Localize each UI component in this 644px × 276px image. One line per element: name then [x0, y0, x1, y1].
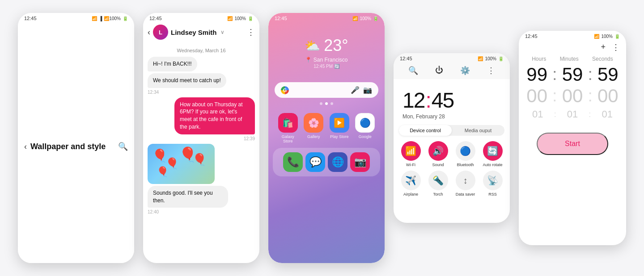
qs-tabs: Device control Media ouput [399, 125, 504, 136]
qs-tile-sound[interactable]: 🔊 Sound [426, 141, 450, 167]
qs-tile-bluetooth[interactable]: 🔵 Bluetooth [453, 141, 477, 167]
stopwatch-sub-colon-2: : [588, 87, 593, 105]
stopwatch-sub-hours: 00 [523, 85, 551, 107]
qs-tab-media-output[interactable]: Media ouput [452, 125, 504, 136]
messages-phone: 12:45 📶 100% 🔋 ‹ L Lindsey Smith ∨ ⋮ Wed… [143, 13, 259, 263]
minutes-label: Minutes [560, 56, 579, 62]
msg-time-2: 12:39 [143, 135, 259, 143]
stopwatch-sub2-seconds: 01 [593, 109, 622, 120]
phone-app-icon[interactable]: 📞 [283, 152, 303, 172]
stopwatch-minutes: 59 [559, 64, 586, 85]
clock-colon: : [425, 88, 430, 112]
stopwatch-sub2-hours: 01 [523, 109, 552, 120]
app-galaxy-store[interactable]: 🛍️ Galaxy Store [277, 113, 299, 143]
message-date: Wednesday, March 16 [143, 44, 259, 56]
stopwatch-colon-2: : [588, 65, 593, 84]
qs-tile-autorotate[interactable]: 🔄 Auto rotate [481, 141, 504, 167]
battery-text-4: 100% [485, 56, 496, 61]
qs-search-icon[interactable]: 🔍 [408, 66, 418, 75]
stopwatch-sub-time: 00 : 00 : 00 [519, 85, 626, 107]
more-options-icon[interactable]: ⋮ [247, 27, 255, 37]
camera-search-icon[interactable]: 📷 [363, 86, 372, 94]
qs-tile-torch[interactable]: 🔦 Torch [426, 171, 450, 197]
page-title: Wallpaper and style [30, 142, 114, 151]
stopwatch-main-time: 99 : 59 : 59 [519, 64, 626, 85]
stopwatch-sub-seconds: 00 [594, 85, 622, 107]
galaxy-store-icon: 🛍️ [278, 113, 298, 133]
status-bar-5: 12:45 📶 100% 🔋 [519, 31, 626, 41]
app-gallery[interactable]: 🌸 Gallery [303, 113, 325, 143]
status-bar-3: 12:45 📶 100% 🔋 [268, 13, 385, 23]
status-icons-4: 📶 100% 🔋 [478, 56, 504, 61]
msg-time-3: 12:40 [143, 209, 259, 216]
google-icon: 🔵 [355, 113, 375, 133]
start-button[interactable]: Start [537, 133, 608, 155]
message-image: 🎈 🎈 🎈 🎈 🎈 [148, 144, 215, 184]
weather-time: 12:45 PM 🔄 [314, 64, 339, 69]
qs-tile-wifi[interactable]: 📶 Wi-Fi [399, 141, 423, 167]
stopwatch-seconds: 59 [594, 64, 622, 85]
message-4: Sounds good. I'll see you then. [143, 185, 259, 209]
wifi-icon: 📶 [92, 16, 97, 21]
camera-app-icon[interactable]: 📷 [350, 152, 370, 172]
signal-icon: ▐ [99, 16, 102, 21]
quick-settings-phone: 12:45 📶 100% 🔋 🔍 ⏻ ⚙️ ⋮ 12:45 Mon, Febru… [394, 53, 510, 223]
received-bubble-1: Hi~! I'm BACK!!! [148, 57, 197, 71]
stopwatch-colon-1: : [552, 65, 557, 84]
message-3: How about on Thursday at 6PM? If you are… [143, 96, 259, 135]
status-icons-3: 📶 100% 🔋 [352, 16, 378, 21]
weather-widget: ⛅ 23° 📍 San Francisco 12:45 PM 🔄 [268, 23, 385, 78]
big-clock-display: 12:45 [402, 88, 501, 113]
qs-power-icon[interactable]: ⏻ [435, 66, 443, 75]
message-1: Hi~! I'm BACK!!! [143, 56, 259, 72]
autorotate-tile-icon: 🔄 [483, 141, 503, 161]
msg-time-1: 12:34 [143, 89, 259, 96]
qs-tab-device-control[interactable]: Device control [399, 125, 452, 136]
airplane-tile-label: Airplane [403, 192, 418, 197]
app-galaxy-store-label: Galaxy Store [277, 134, 299, 143]
rss-tile-icon: 📡 [483, 171, 503, 190]
qs-tile-airplane[interactable]: ✈️ Airplane [399, 171, 423, 197]
qs-more-icon[interactable]: ⋮ [487, 66, 495, 75]
wifi-tile-icon: 📶 [401, 141, 421, 161]
stopwatch-sub2-colon-1: : [554, 110, 556, 119]
internet-app-icon[interactable]: 🌐 [328, 152, 347, 172]
battery-icon: 🔋 [123, 16, 128, 21]
stopwatch-more-icon[interactable]: ⋮ [612, 42, 620, 52]
autorotate-tile-label: Auto rotate [483, 163, 502, 167]
mic-icon[interactable]: 🎤 [351, 86, 360, 94]
stopwatch-sub2-minutes: 01 [558, 109, 587, 120]
torch-tile-icon: 🔦 [428, 171, 448, 190]
airplane-tile-icon: ✈️ [401, 171, 421, 190]
stopwatch-sub2-time: 01 : 01 : 01 [519, 107, 626, 127]
clock-minutes: 45 [432, 88, 453, 112]
bluetooth-tile-label: Bluetooth [457, 163, 474, 167]
status-bar-2: 12:45 📶 100% 🔋 [143, 13, 259, 23]
qs-settings-icon[interactable]: ⚙️ [460, 66, 470, 75]
stopwatch-sub2-colon-2: : [589, 110, 591, 119]
wallpaper-phone: 12:45 📶 ▐ 📶100% 🔋 ‹ Wallpaper and style … [18, 13, 134, 263]
qs-tile-rss[interactable]: 📡 RSS [481, 171, 504, 197]
msg-back-button[interactable]: ‹ [148, 28, 150, 37]
back-button[interactable]: ‹ [24, 142, 27, 151]
app-google-label: Google [359, 134, 372, 139]
app-play-store[interactable]: ▶️ Play Store [329, 113, 350, 143]
message-2: We should meet to catch up! [143, 72, 259, 89]
messages-app-icon[interactable]: 💬 [305, 152, 325, 172]
weather-temp: 23° [324, 36, 348, 55]
sound-tile-label: Sound [432, 163, 444, 167]
app-gallery-label: Gallery [307, 134, 320, 139]
app-google[interactable]: 🔵 Google [355, 113, 376, 143]
status-time-1: 12:45 [24, 16, 37, 21]
search-icon[interactable]: 🔍 [118, 142, 128, 151]
qs-tile-datasaver[interactable]: ↕️ Data saver [453, 171, 477, 197]
torch-tile-label: Torch [433, 192, 443, 197]
stopwatch-sub-colon-1: : [552, 87, 557, 105]
status-icons-2: 📶 100% 🔋 [227, 16, 253, 21]
home-search-bar[interactable]: G 🎤 📷 [275, 82, 378, 98]
received-bubble-2: We should meet to catch up! [148, 73, 226, 88]
wifi-icon-3: 📶 [352, 16, 358, 21]
battery-icon-2: 🔋 [248, 16, 253, 21]
stopwatch-add-icon[interactable]: + [601, 42, 606, 52]
app-dock: 📞 💬 🌐 📷 [273, 148, 380, 176]
